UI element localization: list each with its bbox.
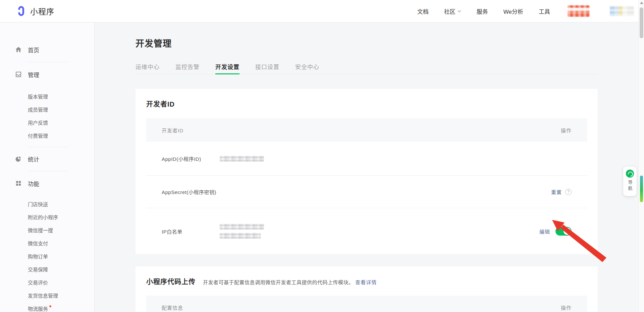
table-row-appsecret: AppSecret(小程序密钥) 重置 ? — [146, 176, 587, 208]
page-title: 开发管理 — [136, 37, 598, 49]
inbox-icon — [15, 71, 22, 78]
nav-item-weanalytics[interactable]: We分析 — [503, 7, 523, 15]
ip-whitelist-toggle[interactable] — [555, 227, 572, 236]
navbar-menu: 文档 社区 服务 We分析 工具 — [417, 5, 644, 17]
sidebar-divider — [28, 147, 68, 147]
scrollbar-up-arrow-icon[interactable] — [640, 2, 643, 4]
pie-chart-icon — [15, 155, 22, 162]
nav-item-community[interactable]: 社区 — [444, 7, 461, 15]
edit-ip-whitelist-link[interactable]: 编辑 — [539, 228, 550, 235]
miniprogram-logo[interactable]: 小程序 — [15, 5, 54, 17]
sidebar-item-features[interactable]: 功能 — [15, 178, 94, 189]
nav-item-docs[interactable]: 文档 — [417, 7, 429, 15]
sidebar-divider — [28, 62, 68, 62]
navigator-label: 导航 — [627, 180, 633, 192]
code-upload-description: 开发者可基于配置信息调用微信开发者工具提供的代码上传模块。 查看详情 — [203, 278, 377, 286]
nav-item-services[interactable]: 服务 — [477, 7, 488, 15]
account-avatar-redacted[interactable] — [610, 6, 634, 16]
sidebar-item-home[interactable]: 首页 — [15, 44, 94, 55]
sidebar-item-logistics-service[interactable]: 物流服务 — [28, 305, 48, 312]
tab-monitor-alert[interactable]: 监控告警 — [175, 59, 200, 74]
sidebar-item-wechat-search[interactable]: 微信搜一搜 — [28, 227, 53, 235]
sidebar-item-nearby-miniprogram[interactable]: 附近的小程序 — [28, 213, 58, 222]
main-content: 开发管理 运维中心 监控告警 开发设置 接口设置 安全中心 开发者ID 开发者I… — [95, 22, 638, 312]
table-row-appid: AppID(小程序ID) — [146, 142, 587, 176]
home-icon — [15, 46, 22, 53]
redacted-appid-value — [220, 156, 264, 162]
sidebar-item-store-delivery[interactable]: 门店快送 — [28, 200, 48, 208]
tab-bar: 运维中心 监控告警 开发设置 接口设置 安全中心 — [136, 59, 598, 74]
sidebar-item-member-manage[interactable]: 成员管理 — [28, 106, 48, 114]
sidebar-item-version-manage[interactable]: 版本管理 — [28, 93, 48, 101]
code-upload-table-header: 配置信息 操作 — [146, 296, 587, 312]
sidebar-item-statistics[interactable]: 统计 — [15, 153, 94, 165]
appsecret-label: AppSecret(小程序密钥) — [162, 188, 220, 195]
header-action: 操作 — [561, 304, 572, 311]
sidebar-item-wechat-pay[interactable]: 微信支付 — [28, 240, 48, 248]
redacted-ip-line2 — [220, 233, 261, 239]
top-navbar: 小程序 文档 社区 服务 We分析 工具 — [0, 0, 644, 22]
redacted-ip-line1 — [220, 224, 264, 230]
sidebar-item-payment-manage[interactable]: 付费管理 — [28, 132, 48, 140]
code-upload-card-title: 小程序代码上传 — [146, 276, 196, 286]
nav-item-tools[interactable]: 工具 — [539, 7, 550, 15]
appid-value — [220, 156, 572, 162]
appid-label: AppID(小程序ID) — [162, 155, 220, 162]
header-config-info: 配置信息 — [162, 304, 183, 311]
code-upload-card: 小程序代码上传 开发者可基于配置信息调用微信开发者工具提供的代码上传模块。 查看… — [136, 266, 598, 312]
developer-id-card-title: 开发者ID — [146, 89, 587, 109]
header-developer-id: 开发者ID — [162, 127, 183, 134]
miniprogram-logo-icon — [15, 5, 27, 17]
toggle-knob — [564, 228, 571, 235]
tab-api-settings[interactable]: 接口设置 — [255, 59, 279, 74]
tab-dev-settings[interactable]: 开发设置 — [215, 59, 239, 74]
developer-id-table-header: 开发者ID 操作 — [146, 118, 587, 142]
sidebar-item-transaction-review[interactable]: 交易评价 — [28, 279, 48, 287]
tab-security-center[interactable]: 安全中心 — [295, 59, 319, 74]
logo-text: 小程序 — [30, 5, 54, 17]
ip-whitelist-value — [220, 224, 539, 239]
view-details-link[interactable]: 查看详情 — [355, 279, 377, 285]
chevron-down-icon — [458, 10, 461, 12]
table-row-ip-whitelist: IP白名单 编辑 — [146, 208, 587, 254]
ip-whitelist-label: IP白名单 — [162, 228, 220, 235]
sidebar-item-shopping-orders[interactable]: 购物订单 — [28, 253, 48, 261]
header-action: 操作 — [561, 127, 572, 134]
floating-navigator-widget[interactable]: 导航 — [623, 167, 637, 196]
sidebar-divider — [28, 171, 68, 171]
grid-icon — [15, 180, 22, 187]
account-name-redacted[interactable] — [568, 5, 590, 17]
navigator-icon — [626, 170, 634, 178]
tab-operations-center[interactable]: 运维中心 — [136, 59, 160, 74]
sidebar-item-manage[interactable]: 管理 — [15, 69, 94, 80]
developer-id-card: 开发者ID 开发者ID 操作 AppID(小程序ID) AppSecret(小程… — [136, 89, 598, 254]
sidebar: 首页 管理 版本管理 成员管理 用户反馈 付费管理 统计 功能 门店快送 附近的… — [0, 22, 95, 312]
vertical-scrollbar[interactable] — [638, 0, 644, 312]
scrollbar-green-indicator — [640, 176, 643, 202]
scrollbar-thumb[interactable] — [640, 7, 643, 38]
sidebar-item-transaction-guarantee[interactable]: 交易保障 — [28, 266, 48, 274]
sidebar-item-shipping-info-manage[interactable]: 发货信息管理 — [28, 292, 58, 300]
reset-appsecret-link[interactable]: 重置 — [551, 188, 562, 195]
sidebar-item-user-feedback[interactable]: 用户反馈 — [28, 119, 48, 127]
help-icon[interactable]: ? — [565, 189, 572, 195]
